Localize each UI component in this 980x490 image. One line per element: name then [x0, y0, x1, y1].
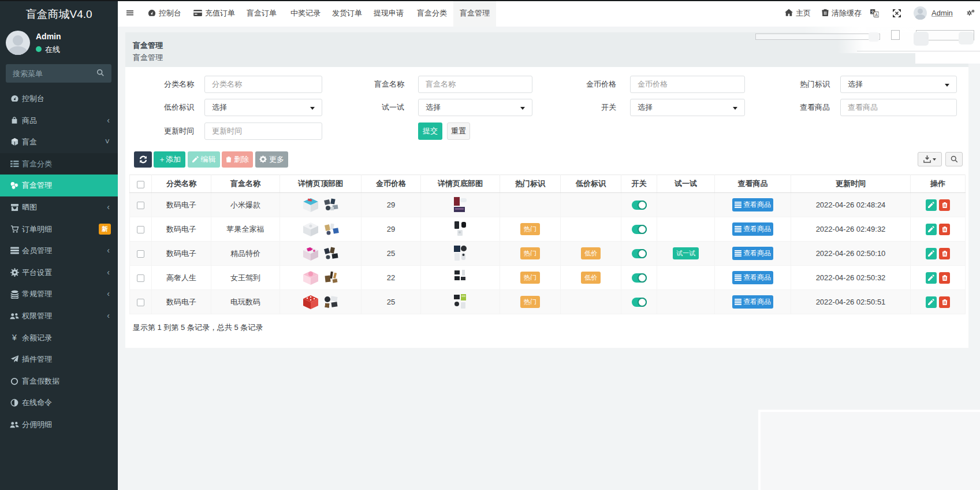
svg-text:A: A [875, 13, 878, 17]
